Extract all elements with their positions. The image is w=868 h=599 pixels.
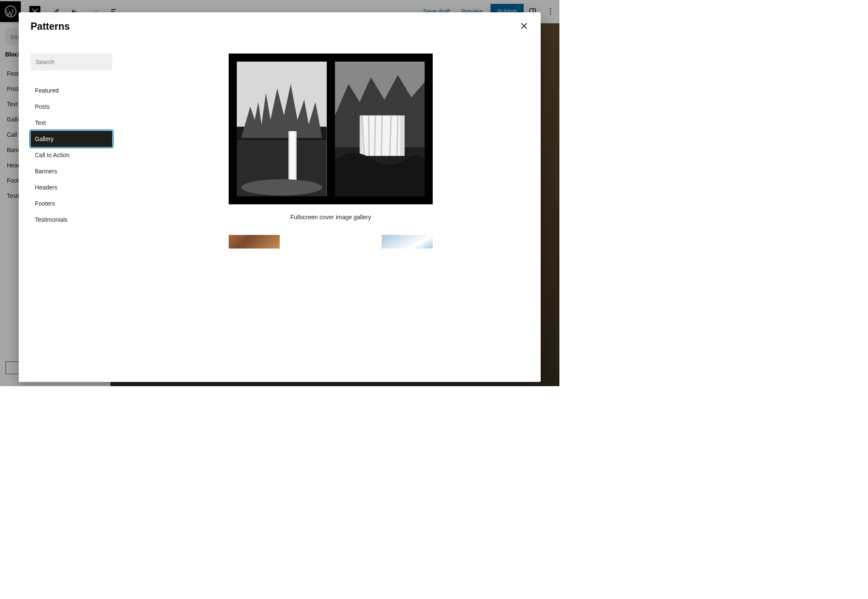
- pattern-row-partial: [229, 235, 433, 249]
- modal-search: [31, 54, 112, 71]
- modal-main[interactable]: Fullscreen cover image gallery: [124, 37, 541, 382]
- modal-title: Patterns: [31, 21, 70, 32]
- category-featured[interactable]: Featured: [31, 82, 112, 99]
- modal-header: Patterns: [19, 12, 541, 37]
- category-headers[interactable]: Headers: [31, 179, 112, 195]
- pattern-image-right: [335, 62, 425, 196]
- pattern-thumb-partial-left[interactable]: [229, 235, 280, 249]
- category-banners[interactable]: Banners: [31, 163, 112, 179]
- close-icon: [519, 21, 529, 31]
- svg-point-5: [550, 14, 551, 15]
- svg-point-13: [241, 179, 322, 195]
- modal-sidebar: Featured Posts Text Gallery Call to Acti…: [19, 37, 124, 382]
- modal-close-button[interactable]: [519, 21, 529, 32]
- pattern-image-left: [237, 62, 327, 196]
- more-vertical-icon: [546, 7, 555, 16]
- category-gallery[interactable]: Gallery: [31, 131, 112, 147]
- category-testimonials[interactable]: Testimonials: [31, 212, 112, 228]
- modal-search-input[interactable]: [36, 59, 110, 65]
- svg-rect-12: [290, 131, 295, 183]
- category-text[interactable]: Text: [31, 115, 112, 131]
- pattern-thumb-partial-right[interactable]: [382, 235, 433, 249]
- modal-body: Featured Posts Text Gallery Call to Acti…: [19, 37, 541, 382]
- svg-point-4: [550, 11, 551, 12]
- waterfall-image-icon: [335, 62, 425, 196]
- pattern-preview[interactable]: [229, 54, 433, 204]
- category-list: Featured Posts Text Gallery Call to Acti…: [31, 82, 112, 228]
- waterfall-image-icon: [237, 62, 327, 196]
- options-button[interactable]: [542, 7, 559, 16]
- category-posts[interactable]: Posts: [31, 99, 112, 115]
- category-footers[interactable]: Footers: [31, 195, 112, 212]
- pattern-caption: Fullscreen cover image gallery: [133, 214, 529, 220]
- wordpress-icon: [5, 6, 17, 17]
- wordpress-logo[interactable]: [0, 1, 21, 22]
- patterns-modal: Patterns Featured Posts Text Gallery Cal…: [19, 12, 541, 382]
- category-call-to-action[interactable]: Call to Action: [31, 147, 112, 163]
- svg-point-3: [550, 8, 551, 10]
